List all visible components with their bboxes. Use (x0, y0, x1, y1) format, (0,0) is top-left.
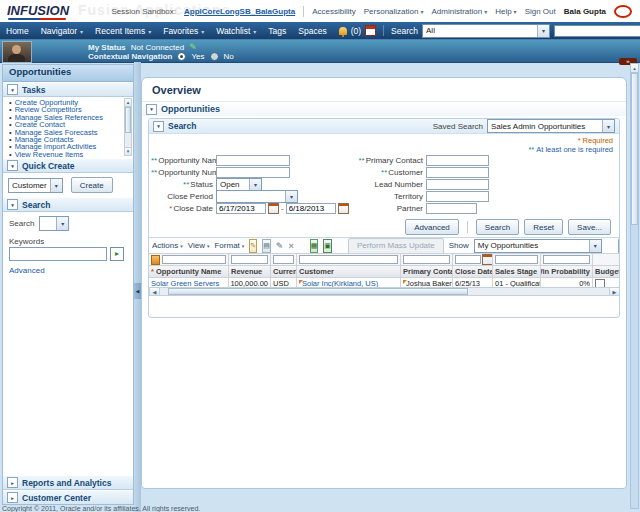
contextual-yes-radio[interactable] (177, 52, 186, 61)
column-opportunity-name[interactable]: *Opportunity Name (149, 266, 229, 277)
nav-item-recent-items[interactable]: Recent Items (95, 26, 151, 36)
filter-revenue[interactable] (231, 255, 268, 264)
expand-icon[interactable] (7, 477, 18, 488)
quick-create-panel-header[interactable]: Quick Create (3, 158, 133, 173)
sidebar-search-panel-header[interactable]: Search (3, 197, 133, 212)
help-menu[interactable]: Help (495, 7, 516, 16)
calendar-icon[interactable] (365, 25, 376, 36)
dropdown-arrow-icon[interactable] (537, 25, 549, 37)
edit-record-icon[interactable] (276, 240, 284, 252)
page-vertical-scrollbar[interactable]: ▴ (630, 63, 639, 509)
close-date-to-input[interactable] (286, 203, 336, 214)
nav-item-spaces[interactable]: Spaces (298, 26, 326, 36)
create-button[interactable]: Create (71, 177, 113, 193)
collapse-icon[interactable] (146, 104, 157, 115)
scroll-down-icon[interactable]: ▾ (125, 147, 131, 155)
keywords-input[interactable] (9, 247, 107, 261)
dropdown-arrow-icon[interactable] (602, 120, 614, 132)
collapse-icon[interactable] (153, 121, 164, 132)
primary-contact-input[interactable] (426, 155, 489, 166)
session-sandbox-link[interactable]: ApplCoreLongSB_BalaGupta (184, 7, 295, 16)
task-link-view-revenue-items[interactable]: View Revenue Items (9, 151, 123, 158)
column-revenue[interactable]: Revenue (229, 266, 271, 277)
column-customer[interactable]: Customer (297, 266, 401, 277)
keywords-go-button[interactable] (110, 247, 124, 261)
scrollbar-handle[interactable] (631, 73, 638, 225)
sidebar-search-type-select[interactable] (39, 216, 69, 231)
scroll-right-icon[interactable]: ▶ (609, 288, 619, 295)
opportunity-name-input[interactable] (216, 155, 290, 166)
saved-search-select[interactable]: Sales Admin Opportunities (487, 119, 615, 133)
contextual-no-radio[interactable] (210, 52, 219, 61)
table-horizontal-scrollbar[interactable]: ◀ ▶ (149, 287, 620, 296)
scroll-up-icon[interactable]: ▴ (631, 64, 638, 73)
collapse-icon[interactable] (7, 199, 18, 210)
reset-button[interactable]: Reset (524, 219, 563, 235)
column-budgeted[interactable]: Budgeted (593, 266, 620, 277)
global-search-input[interactable] (554, 25, 640, 37)
format-menu[interactable]: Format (214, 241, 244, 250)
customer-center-panel-header[interactable]: Customer Center (3, 490, 133, 504)
user-avatar[interactable] (2, 41, 32, 63)
filter-win-probability[interactable] (543, 255, 590, 264)
column-currency[interactable]: Currency (271, 266, 297, 277)
create-record-icon[interactable] (249, 239, 257, 253)
column-primary-contact[interactable]: Primary Contact (401, 266, 453, 277)
filter-currency[interactable] (273, 255, 294, 264)
filter-customer[interactable] (299, 255, 398, 264)
tasks-panel-header[interactable]: Tasks (3, 82, 133, 97)
export-to-excel-icon[interactable] (310, 239, 319, 253)
panel-splitter[interactable] (134, 62, 141, 512)
column-win-probability[interactable]: Win Probability (541, 266, 593, 277)
personalization-menu[interactable]: Personalization (364, 7, 424, 16)
nav-item-favorites[interactable]: Favorites (163, 26, 204, 36)
save-button[interactable]: Save... (568, 219, 611, 235)
splitter-collapse-handle[interactable] (134, 283, 141, 299)
search-scope-select[interactable]: All (422, 24, 550, 38)
opportunity-number-input[interactable] (216, 167, 290, 178)
scrollbar-handle[interactable] (125, 107, 131, 133)
territory-input[interactable] (426, 191, 489, 202)
collapse-icon[interactable] (7, 84, 18, 95)
actions-menu[interactable]: Actions (152, 241, 183, 250)
lead-number-input[interactable] (426, 179, 489, 190)
nav-item-home[interactable]: Home (6, 26, 29, 36)
collapse-icon[interactable] (7, 160, 18, 171)
calendar-icon[interactable] (268, 203, 279, 214)
perform-mass-update-button[interactable]: Perform Mass Update (348, 238, 444, 254)
scrollbar-handle[interactable] (168, 288, 468, 295)
tasks-scrollbar[interactable]: ▴ ▾ (124, 98, 132, 156)
detach-table-icon[interactable] (323, 239, 332, 253)
column-close-date[interactable]: Close Date (453, 266, 493, 277)
query-by-example-icon[interactable] (151, 255, 160, 265)
close-period-select[interactable] (216, 190, 298, 203)
advanced-button[interactable]: Advanced (405, 219, 459, 235)
partner-input[interactable] (426, 203, 477, 214)
view-menu[interactable]: View (188, 241, 210, 250)
column-sales-stage[interactable]: Sales Stage (493, 266, 541, 277)
search-button[interactable]: Search (476, 219, 519, 235)
sign-out-link[interactable]: Sign Out (525, 7, 556, 16)
nav-item-tags[interactable]: Tags (268, 26, 286, 36)
delete-record-icon[interactable] (288, 240, 293, 252)
filter-sales-stage[interactable] (495, 255, 538, 264)
reports-analytics-panel-header[interactable]: Reports and Analytics (3, 475, 133, 490)
quick-create-type-select[interactable]: Customer (8, 178, 63, 193)
calendar-icon[interactable] (482, 254, 493, 265)
sidebar-advanced-link[interactable]: Advanced (9, 266, 127, 275)
ask-assistance-button[interactable]: Ask Assistance (618, 238, 620, 254)
dropdown-arrow-icon[interactable] (50, 179, 62, 192)
scroll-left-icon[interactable]: ◀ (150, 288, 160, 295)
close-date-from-input[interactable] (216, 203, 266, 214)
nav-item-watchlist[interactable]: Watchlist (216, 26, 256, 36)
filter-close-date[interactable] (455, 255, 481, 264)
nav-item-navigator[interactable]: Navigator (41, 26, 83, 36)
show-filter-select[interactable]: My Opportunities (474, 239, 602, 253)
edit-status-icon[interactable] (189, 42, 197, 52)
expand-icon[interactable] (7, 492, 18, 503)
accessibility-link[interactable]: Accessibility (312, 7, 356, 16)
filter-opportunity-name[interactable] (162, 255, 226, 264)
scroll-up-icon[interactable]: ▴ (125, 99, 131, 107)
opportunities-section-header[interactable]: Opportunities (142, 101, 626, 116)
notifications-bell-icon[interactable] (339, 27, 347, 35)
